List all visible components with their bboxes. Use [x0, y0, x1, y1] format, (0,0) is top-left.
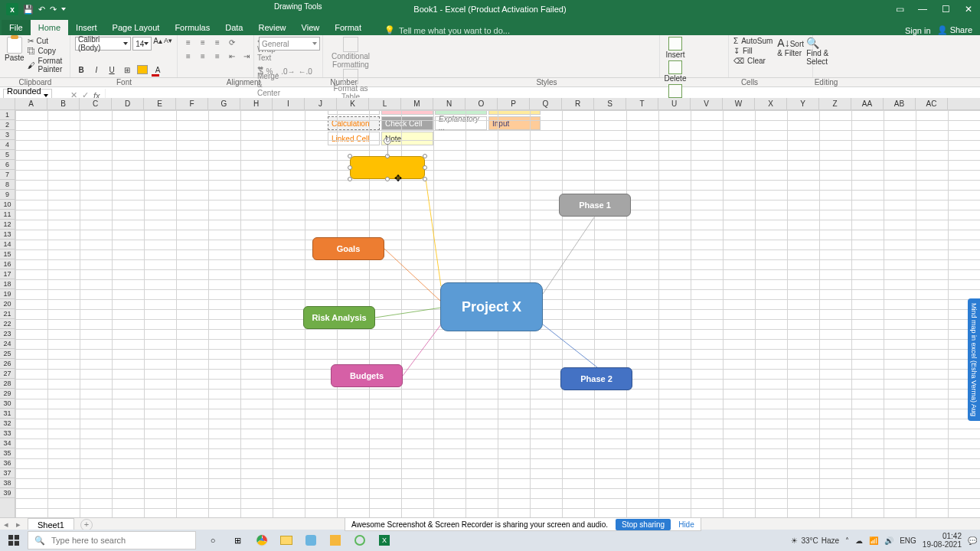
minimize-button[interactable]: —	[911, 0, 934, 18]
row-header[interactable]: 7	[0, 170, 15, 180]
font-size-dropdown[interactable]: 14	[132, 37, 152, 51]
hide-sharing-bar-button[interactable]: Hide	[678, 520, 694, 529]
row-header[interactable]: 6	[0, 160, 15, 170]
row-header[interactable]: 22	[0, 319, 15, 329]
row-header[interactable]: 33	[0, 429, 15, 439]
column-header[interactable]: S	[594, 98, 626, 109]
percent-icon[interactable]: %	[266, 67, 273, 76]
column-header[interactable]: R	[562, 98, 594, 109]
bold-button[interactable]: B	[75, 64, 87, 76]
row-header[interactable]: 19	[0, 289, 15, 299]
column-header[interactable]: J	[305, 98, 337, 109]
tab-formulas[interactable]: Formulas	[167, 20, 217, 35]
excel-taskbar-icon[interactable]: X	[374, 530, 395, 551]
column-header[interactable]: U	[658, 98, 691, 109]
row-header[interactable]: 37	[0, 468, 15, 478]
column-header[interactable]: L	[369, 98, 401, 109]
tab-file[interactable]: File	[2, 20, 31, 35]
row-header[interactable]: 26	[0, 359, 15, 369]
save-icon[interactable]: 💾	[23, 5, 34, 15]
row-header[interactable]: 28	[0, 379, 15, 389]
align-middle-icon[interactable]: ≡	[197, 37, 209, 47]
column-header[interactable]: E	[144, 98, 176, 109]
row-header[interactable]: 12	[0, 220, 15, 230]
shape-phase-2[interactable]: Phase 2	[560, 367, 632, 390]
row-header[interactable]: 4	[0, 140, 15, 150]
language-indicator[interactable]: ENG	[900, 536, 916, 545]
app-icon[interactable]	[349, 530, 371, 551]
row-header[interactable]: 21	[0, 309, 15, 319]
column-header[interactable]: C	[80, 98, 112, 109]
column-header[interactable]: I	[273, 98, 305, 109]
resize-handle[interactable]	[423, 154, 427, 158]
number-format-dropdown[interactable]: General	[259, 37, 320, 51]
tab-format[interactable]: Format	[327, 20, 369, 35]
align-bottom-icon[interactable]: ≡	[211, 37, 224, 47]
shape-project-x[interactable]: Project X	[440, 282, 543, 331]
file-explorer-icon[interactable]	[276, 530, 297, 551]
column-header[interactable]: N	[433, 98, 466, 109]
sort-filter-button[interactable]: A↓Sort & Filter	[777, 37, 803, 67]
column-header[interactable]: AB	[884, 98, 916, 109]
column-header[interactable]: B	[47, 98, 80, 109]
row-header[interactable]: 1	[0, 110, 15, 120]
worksheet-grid[interactable]: ABCDEFGHIJKLMNOPQRSTUVWXYZAAABAC 1234567…	[0, 98, 980, 520]
row-header[interactable]: 9	[0, 190, 15, 200]
tab-data[interactable]: Data	[217, 20, 250, 35]
stop-sharing-button[interactable]: Stop sharing	[616, 519, 671, 530]
redo-icon[interactable]: ↷	[50, 5, 57, 15]
row-header[interactable]: 16	[0, 259, 15, 269]
rotation-handle[interactable]	[384, 137, 391, 145]
row-header[interactable]: 18	[0, 279, 15, 289]
column-header[interactable]: AC	[916, 98, 948, 109]
resize-handle[interactable]	[423, 177, 427, 181]
row-header[interactable]: 30	[0, 399, 15, 409]
row-header[interactable]: 29	[0, 389, 15, 399]
font-name-dropdown[interactable]: Calibri (Body)	[75, 37, 131, 51]
delete-cells-button[interactable]: Delete	[665, 60, 686, 83]
column-header[interactable]: F	[176, 98, 208, 109]
row-header[interactable]: 38	[0, 478, 15, 488]
increase-indent-icon[interactable]: ⇥	[240, 51, 253, 61]
resize-handle[interactable]	[423, 165, 427, 170]
decrease-decimal-icon[interactable]: ←.0	[299, 67, 312, 76]
sheet-nav-next[interactable]: ▸	[12, 520, 24, 530]
row-header[interactable]: 15	[0, 249, 15, 259]
column-header[interactable]: T	[626, 98, 658, 109]
align-left-icon[interactable]: ≡	[182, 51, 194, 61]
row-header[interactable]: 17	[0, 269, 15, 279]
cut-button[interactable]: ✂Cut	[28, 37, 65, 45]
start-button[interactable]	[0, 530, 28, 551]
row-header[interactable]: 13	[0, 230, 15, 240]
row-header[interactable]: 5	[0, 150, 15, 160]
orientation-icon[interactable]: ⟳	[226, 37, 238, 47]
notifications-icon[interactable]: 💬	[968, 536, 977, 545]
close-button[interactable]: ✕	[957, 0, 980, 18]
sign-in-link[interactable]: Sign in	[905, 26, 931, 35]
chrome-icon[interactable]	[251, 530, 273, 551]
shape-phase-1[interactable]: Phase 1	[559, 194, 631, 217]
onedrive-icon[interactable]: ☁	[855, 536, 863, 545]
column-header[interactable]: O	[466, 98, 498, 109]
column-header[interactable]: D	[112, 98, 144, 109]
column-header[interactable]: Y	[787, 98, 819, 109]
app-icon[interactable]	[325, 530, 346, 551]
row-header[interactable]: 32	[0, 419, 15, 429]
row-header[interactable]: 36	[0, 458, 15, 468]
comma-icon[interactable]: ,	[276, 67, 278, 76]
decrease-font-icon[interactable]: A▾	[164, 37, 172, 51]
shape-selected[interactable]	[350, 156, 425, 179]
align-center-icon[interactable]: ≡	[197, 51, 209, 61]
tab-review[interactable]: Review	[250, 20, 293, 35]
tab-page-layout[interactable]: Page Layout	[105, 20, 168, 35]
column-header[interactable]: H	[240, 98, 273, 109]
row-header[interactable]: 3	[0, 130, 15, 140]
resize-handle[interactable]	[385, 177, 390, 181]
align-right-icon[interactable]: ≡	[211, 51, 224, 61]
row-header[interactable]: 11	[0, 210, 15, 220]
row-header[interactable]: 10	[0, 200, 15, 210]
column-header[interactable]: P	[498, 98, 530, 109]
clock[interactable]: 01:42 19-08-2021	[923, 532, 962, 549]
sheet-nav-prev[interactable]: ◂	[0, 520, 12, 530]
taskbar-search[interactable]: 🔍 Type here to search	[28, 531, 196, 549]
